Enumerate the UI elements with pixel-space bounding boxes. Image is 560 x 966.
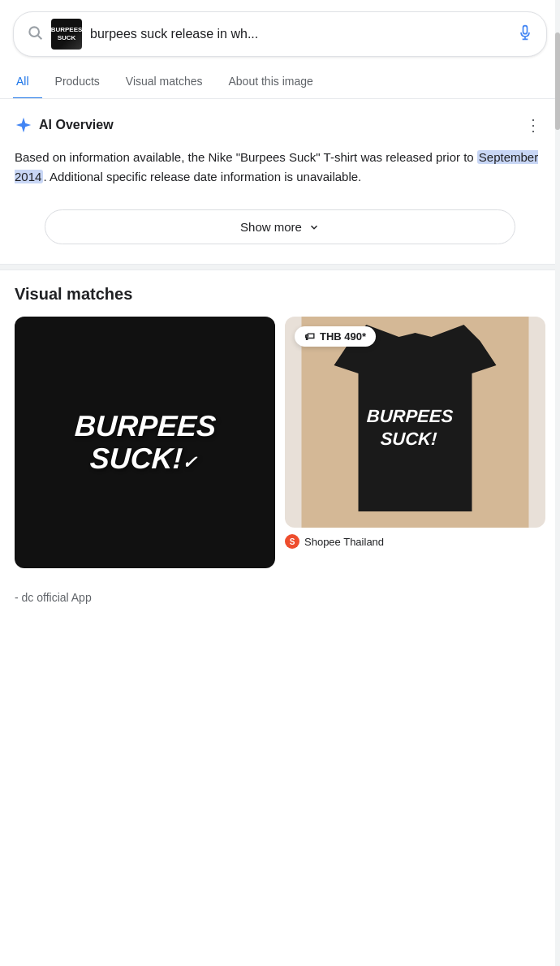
- price-text: THB 490*: [320, 330, 366, 343]
- shirt-image-right: BURPEES SUCK!: [285, 317, 545, 528]
- visual-matches-section: Visual matches BURPEESSUCK!✓: [0, 270, 560, 578]
- svg-text:BURPEES: BURPEES: [366, 406, 454, 426]
- shopee-name: Shopee Thailand: [304, 536, 384, 548]
- scrollbar-thumb[interactable]: [555, 32, 560, 130]
- tab-all[interactable]: All: [13, 65, 42, 99]
- footer-text: - dc official App: [0, 578, 560, 617]
- ai-overview-body: Based on information available, the Nike…: [15, 148, 545, 187]
- shopee-label: S Shopee Thailand: [285, 528, 545, 552]
- visual-matches-title: Visual matches: [15, 285, 545, 304]
- svg-line-1: [38, 35, 42, 39]
- search-image-thumbnail: BURPEESSUCK: [51, 19, 82, 50]
- section-divider: [0, 264, 560, 270]
- ai-overview-title: AI Overview: [39, 118, 114, 132]
- tab-products[interactable]: Products: [42, 65, 113, 99]
- right-card-image: BURPEES SUCK! 🏷 THB 490*: [285, 317, 545, 528]
- more-options-button[interactable]: ⋮: [522, 112, 545, 138]
- ai-overview-section: AI Overview ⋮ Based on information avail…: [0, 99, 560, 196]
- ai-star-icon: [15, 116, 32, 134]
- shirt-svg-right: BURPEES SUCK!: [285, 317, 545, 528]
- price-badge: 🏷 THB 490*: [295, 326, 376, 347]
- search-bar-container: BURPEESSUCK burpees suck release in wh..…: [0, 0, 560, 65]
- shirt-image-left: BURPEESSUCK!✓: [15, 317, 275, 568]
- search-bar[interactable]: BURPEESSUCK burpees suck release in wh..…: [13, 11, 547, 57]
- ai-overview-text-after: . Additional specific release date infor…: [43, 170, 361, 183]
- search-icon: [27, 24, 43, 45]
- footer-label: - dc official App: [15, 591, 92, 604]
- search-query-text: burpees suck release in wh...: [90, 27, 509, 41]
- scrollbar-track[interactable]: [555, 0, 560, 966]
- visual-match-card-right[interactable]: BURPEES SUCK! 🏷 THB 490* S Shopee Thaila…: [285, 317, 545, 568]
- chevron-down-icon: [308, 222, 320, 233]
- show-more-button[interactable]: Show more: [45, 209, 515, 244]
- tabs-container: All Products Visual matches About this i…: [0, 65, 560, 99]
- visual-matches-grid: BURPEESSUCK!✓ BURPEES SUCK!: [15, 317, 545, 568]
- show-more-label: Show more: [240, 220, 302, 234]
- tag-icon: 🏷: [304, 330, 315, 343]
- show-more-container: Show more: [0, 196, 560, 264]
- tab-about-this-image[interactable]: About this image: [216, 65, 326, 99]
- ai-overview-header: AI Overview ⋮: [15, 112, 545, 138]
- ai-overview-title-wrap: AI Overview: [15, 116, 114, 134]
- microphone-icon[interactable]: [517, 24, 533, 45]
- visual-match-card-left[interactable]: BURPEESSUCK!✓: [15, 317, 275, 568]
- tab-visual-matches[interactable]: Visual matches: [113, 65, 216, 99]
- shirt-text-left: BURPEESSUCK!✓: [72, 410, 217, 474]
- ai-overview-text-before: Based on information available, the Nike…: [15, 150, 477, 164]
- svg-point-0: [29, 27, 39, 37]
- svg-text:SUCK!: SUCK!: [380, 429, 437, 449]
- shopee-icon: S: [285, 534, 299, 549]
